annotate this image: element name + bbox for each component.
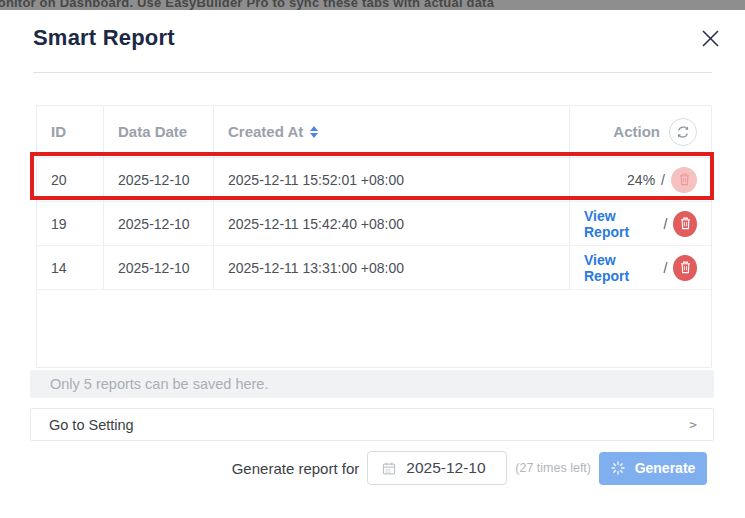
loading-spinner-icon (611, 461, 625, 475)
header-created-at: Created At (214, 106, 570, 157)
notice-text: Only 5 reports can be saved here. (50, 376, 268, 392)
view-report-link[interactable]: View Report (584, 252, 657, 284)
cell-data-date: 2025-12-10 (104, 202, 214, 245)
header-divider (33, 72, 712, 73)
date-picker[interactable] (367, 451, 507, 485)
go-to-setting-row[interactable]: Go to Setting > (30, 408, 714, 441)
sort-icon[interactable] (310, 126, 318, 138)
action-separator: / (663, 216, 667, 232)
generate-button[interactable]: Generate (599, 452, 707, 485)
cell-id: 20 (37, 158, 104, 201)
close-button[interactable] (698, 26, 722, 50)
times-left-label: (27 times left) (515, 461, 591, 475)
cell-created-at: 2025-12-11 13:31:00 +08:00 (214, 246, 570, 289)
delete-button-disabled (671, 167, 697, 193)
cell-action: 24% / (570, 158, 711, 201)
table-row-14: 14 2025-12-10 2025-12-11 13:31:00 +08:00… (37, 246, 711, 290)
table-row-19: 19 2025-12-10 2025-12-11 15:42:40 +08:00… (37, 202, 711, 246)
delete-button[interactable] (673, 211, 697, 237)
action-separator: / (663, 260, 667, 276)
generate-footer: Generate report for (27 times left) (0, 451, 745, 485)
close-icon (700, 28, 721, 49)
trash-icon (679, 261, 692, 274)
generate-button-label: Generate (635, 460, 696, 476)
cell-action: View Report / (570, 202, 711, 245)
cell-created-at: 2025-12-11 15:42:40 +08:00 (214, 202, 570, 245)
header-data-date: Data Date (104, 106, 214, 157)
page-title: Smart Report (33, 25, 175, 51)
cell-id: 14 (37, 246, 104, 289)
header-id: ID (37, 106, 104, 157)
dimmed-background-page: monitor on Dashboard. Use EasyBuilder Pr… (0, 0, 745, 10)
table-header-row: ID Data Date Created At Action (37, 106, 711, 158)
generate-report-for-label: Generate report for (232, 460, 360, 477)
trash-icon (679, 217, 692, 230)
date-input[interactable] (406, 459, 506, 477)
table-row-20: 20 2025-12-10 2025-12-11 15:52:01 +08:00… (37, 158, 711, 202)
view-report-link[interactable]: View Report (584, 208, 657, 240)
refresh-icon (676, 125, 690, 139)
cell-action: View Report / (570, 246, 711, 289)
go-to-setting-label: Go to Setting (49, 417, 134, 433)
delete-button[interactable] (673, 255, 697, 281)
calendar-icon (382, 461, 396, 476)
cell-data-date: 2025-12-10 (104, 158, 214, 201)
sort-asc-caret-icon (310, 126, 318, 131)
sort-desc-caret-icon (310, 133, 318, 138)
background-page-text: monitor on Dashboard. Use EasyBuilder Pr… (0, 0, 745, 10)
cell-data-date: 2025-12-10 (104, 246, 214, 289)
smart-report-modal: Smart Report ID Data Date Created At Act… (0, 10, 745, 518)
chevron-right-icon: > (689, 417, 697, 432)
refresh-button[interactable] (669, 118, 697, 146)
notice-bar: Only 5 reports can be saved here. (30, 370, 714, 398)
trash-icon (678, 173, 691, 186)
reports-table: ID Data Date Created At Action (36, 105, 712, 368)
action-separator: / (661, 172, 665, 188)
cell-created-at: 2025-12-11 15:52:01 +08:00 (214, 158, 570, 201)
cell-id: 19 (37, 202, 104, 245)
header-action: Action (570, 106, 711, 157)
progress-label: 24% (627, 172, 655, 188)
